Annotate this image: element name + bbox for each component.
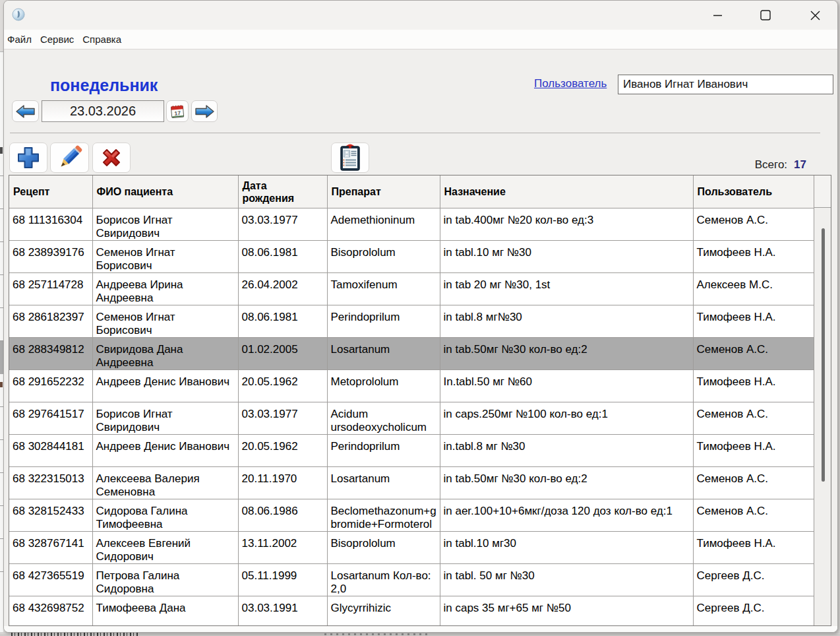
cell-user[interactable]: Тимофеев Н.А. xyxy=(693,435,814,467)
minimize-button[interactable] xyxy=(702,1,733,30)
column-header-user[interactable]: Пользователь xyxy=(693,175,814,208)
cell-user[interactable]: Алексеев М.С. xyxy=(693,273,814,305)
cell-patient[interactable]: Семенов Игнат Борисович xyxy=(92,305,238,338)
cell-patient[interactable]: Борисов Игнат Свиридович xyxy=(92,208,238,241)
column-header-drug[interactable]: Препарат xyxy=(327,175,440,208)
cell-assignment[interactable]: in tabl.10 мг №30 xyxy=(440,241,693,273)
cell-assignment[interactable]: in aer.100+10+6мкг/доза 120 доз кол-во е… xyxy=(440,499,693,532)
cell-assignment[interactable]: in tabl.8 мг№30 xyxy=(440,305,693,338)
cell-drug[interactable]: Bisoprololum xyxy=(327,241,440,273)
prev-day-button[interactable] xyxy=(12,100,39,122)
table-row[interactable]: 68 111316304 Борисов Игнат Свиридович 03… xyxy=(9,208,814,241)
cell-birthdate[interactable]: 05.11.1999 xyxy=(238,564,327,596)
cell-patient[interactable]: Борисов Игнат Свиридович xyxy=(92,402,238,435)
cell-recipe[interactable]: 68 257114728 xyxy=(9,273,92,305)
cell-user[interactable]: Семенов А.С. xyxy=(693,499,814,532)
user-link[interactable]: Пользователь xyxy=(534,77,607,90)
cell-recipe[interactable]: 68 291652232 xyxy=(9,370,92,402)
table-row[interactable]: 68 322315013 Алексеева Валерия Семеновна… xyxy=(9,467,814,499)
table-scrollbar[interactable] xyxy=(814,175,831,625)
cell-assignment[interactable]: in caps 35 мг+65 мг №50 xyxy=(440,596,693,627)
cell-birthdate[interactable]: 03.03.1977 xyxy=(238,402,327,435)
cell-recipe[interactable]: 68 288349812 xyxy=(9,338,92,370)
cell-recipe[interactable]: 68 111316304 xyxy=(9,208,92,241)
cell-birthdate[interactable]: 20.05.1962 xyxy=(238,370,327,402)
table-row[interactable]: 68 302844181 Андреев Денис Иванович 20.0… xyxy=(9,435,814,467)
cell-recipe[interactable]: 68 432698752 xyxy=(9,596,92,627)
cell-patient[interactable]: Свиридова Дана Андреевна xyxy=(92,338,238,370)
cell-user[interactable]: Сергеев Д.С. xyxy=(693,564,814,596)
cell-drug[interactable]: Tamoxifenum xyxy=(327,273,440,305)
menu-item-file[interactable]: Файл xyxy=(7,34,32,45)
cell-user[interactable]: Семенов А.С. xyxy=(693,467,814,499)
cell-drug[interactable]: Bisoprololum xyxy=(327,532,440,564)
cell-birthdate[interactable]: 26.04.2002 xyxy=(238,273,327,305)
cell-user[interactable]: Тимофеев Н.А. xyxy=(693,305,814,338)
cell-drug[interactable]: Perindoprilum xyxy=(327,435,440,467)
cell-patient[interactable]: Алексеева Валерия Семеновна xyxy=(92,467,238,499)
menu-item-service[interactable]: Сервис xyxy=(40,34,74,45)
cell-drug[interactable]: Acidum ursodeoxycholicum xyxy=(327,402,440,435)
scrollbar-thumb[interactable] xyxy=(822,228,825,482)
report-button[interactable] xyxy=(331,143,369,173)
table-row[interactable]: 68 288349812 Свиридова Дана Андреевна 01… xyxy=(9,338,814,370)
cell-birthdate[interactable]: 01.02.2005 xyxy=(238,338,327,370)
table-row[interactable]: 68 432698752 Тимофеева Дана 03.03.1991 G… xyxy=(9,596,814,627)
cell-recipe[interactable]: 68 297641517 xyxy=(9,402,92,435)
cell-recipe[interactable]: 68 328152433 xyxy=(9,499,92,532)
table-row[interactable]: 68 427365519 Петрова Галина Сидоровна 05… xyxy=(9,564,814,596)
add-button[interactable] xyxy=(9,143,47,173)
cell-recipe[interactable]: 68 427365519 xyxy=(9,564,92,596)
cell-patient[interactable]: Андреева Ирина Андреевна xyxy=(92,273,238,305)
cell-drug[interactable]: Glycyrrihizic xyxy=(327,596,440,627)
title-bar[interactable] xyxy=(4,1,837,30)
cell-patient[interactable]: Тимофеева Дана xyxy=(92,596,238,627)
user-input[interactable] xyxy=(618,75,833,94)
cell-recipe[interactable]: 68 302844181 xyxy=(9,435,92,467)
cell-drug[interactable]: Perindoprilum xyxy=(327,305,440,338)
cell-patient[interactable]: Андреев Денис Иванович xyxy=(92,435,238,467)
cell-assignment[interactable]: in tab.50мг №30 кол-во ед:2 xyxy=(440,467,693,499)
cell-birthdate[interactable]: 03.03.1991 xyxy=(238,596,327,627)
cell-drug[interactable]: Losartanum xyxy=(327,338,440,370)
table-row[interactable]: 68 257114728 Андреева Ирина Андреевна 26… xyxy=(9,273,814,305)
cell-assignment[interactable]: in caps.250мг №100 кол-во ед:1 xyxy=(440,402,693,435)
table-row[interactable]: 68 286182397 Семенов Игнат Борисович 08.… xyxy=(9,305,814,338)
cell-user[interactable]: Семенов А.С. xyxy=(693,208,814,241)
cell-recipe[interactable]: 68 238939176 xyxy=(9,241,92,273)
cell-birthdate[interactable]: 08.06.1981 xyxy=(238,305,327,338)
cell-birthdate[interactable]: 20.05.1962 xyxy=(238,435,327,467)
cell-recipe[interactable]: 68 328767141 xyxy=(9,532,92,564)
maximize-button[interactable] xyxy=(750,1,781,30)
menu-item-help[interactable]: Справка xyxy=(82,34,121,45)
cell-drug[interactable]: Metoprololum xyxy=(327,370,440,402)
cell-recipe[interactable]: 68 286182397 xyxy=(9,305,92,338)
cell-birthdate[interactable]: 20.11.1970 xyxy=(238,467,327,499)
cell-assignment[interactable]: in tab.400мг №20 кол-во ед:3 xyxy=(440,208,693,241)
calendar-button[interactable]: 17 xyxy=(166,100,189,122)
table-row[interactable]: 68 328767141 Алексеев Евгений Сидорович … xyxy=(9,532,814,564)
cell-birthdate[interactable]: 03.03.1977 xyxy=(238,208,327,241)
column-header-patient[interactable]: ФИО пациента xyxy=(92,175,238,208)
column-header-birthdate[interactable]: Дата рождения xyxy=(238,175,327,208)
table-row[interactable]: 68 238939176 Семенов Игнат Борисович 08.… xyxy=(9,241,814,273)
cell-patient[interactable]: Андреев Денис Иванович xyxy=(92,370,238,402)
cell-drug[interactable]: Losartanum Кол-во: 2,0 xyxy=(327,564,440,596)
cell-assignment[interactable]: in tab.50мг №30 кол-во ед:2 xyxy=(440,338,693,370)
cell-patient[interactable]: Сидорова Галина Тимофеевна xyxy=(92,499,238,532)
cell-assignment[interactable]: in tabl. 50 мг №30 xyxy=(440,564,693,596)
cell-birthdate[interactable]: 08.06.1981 xyxy=(238,241,327,273)
edit-button[interactable] xyxy=(50,143,89,173)
cell-birthdate[interactable]: 08.06.1986 xyxy=(238,499,327,532)
cell-patient[interactable]: Алексеев Евгений Сидорович xyxy=(92,532,238,564)
column-header-recipe[interactable]: Рецепт xyxy=(9,175,92,208)
cell-patient[interactable]: Семенов Игнат Борисович xyxy=(92,241,238,273)
cell-drug[interactable]: Losartanum xyxy=(327,467,440,499)
table-row[interactable]: 68 291652232 Андреев Денис Иванович 20.0… xyxy=(9,370,814,402)
close-button[interactable] xyxy=(800,1,830,30)
cell-assignment[interactable]: in.tabl.8 мг №30 xyxy=(440,435,693,467)
cell-birthdate[interactable]: 13.11.2002 xyxy=(238,532,327,564)
cell-assignment[interactable]: in tabl.10 мг30 xyxy=(440,532,693,564)
table-row[interactable]: 68 297641517 Борисов Игнат Свиридович 03… xyxy=(9,402,814,435)
cell-user[interactable]: Сергеев Д.С. xyxy=(693,596,814,627)
